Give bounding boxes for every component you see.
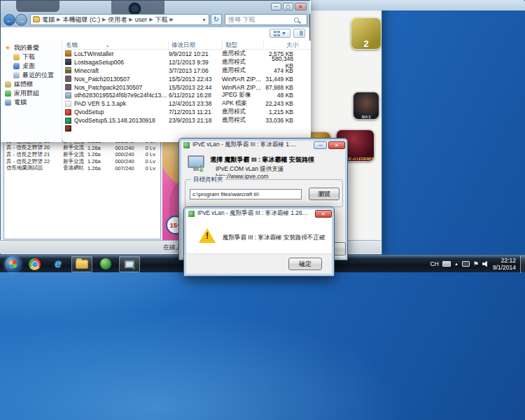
sidebar-item[interactable]: ★ 我的最愛 [1,43,62,52]
sidebar-item[interactable]: 最近的位置 [1,71,62,80]
forward-button[interactable]: → [15,14,27,26]
file-size: 48 KB [262,92,298,99]
server-count: 007/240 [111,165,139,172]
breadcrumb-segment[interactable]: 使用者 [108,15,127,24]
install-arrow-icon: ⇩ [197,164,205,174]
install-path-input[interactable] [190,189,302,200]
breadcrumb-separator-icon: ▶ [100,17,108,22]
server-host: 1.26a [88,158,111,164]
file-icon [65,109,71,115]
file-row[interactable]: Nos_Patchpack20130507 15/5/2013 22:44 Wi… [63,83,311,92]
ie-icon: e [55,257,61,271]
preview-pane-button[interactable] [293,29,305,38]
breadcrumb[interactable]: 電腦▶本機磁碟 (C:)▶使用者▶user▶下載▶ [42,15,176,24]
file-date: 12/4/2013 23:38 [169,100,222,107]
file-date: 7/12/2013 11:21 [169,108,222,115]
clock[interactable]: 22:12 9/1/2014 [493,257,516,271]
refresh-button[interactable]: ↻ [211,14,222,25]
maximize-button[interactable]: ▢ [283,3,293,10]
breadcrumb-segment[interactable]: 下載 [155,15,168,24]
minimize-button[interactable]: ─ [271,3,281,10]
taskbar-qvod[interactable] [95,256,116,272]
server-region: 真 - 信長之野望 21 [4,151,63,158]
volume-icon[interactable] [482,261,489,267]
browse-button[interactable]: 瀏覽 [309,188,340,200]
game-tile-label: 2 [351,38,381,49]
server-row[interactable]: 真 - 信長之野望 22 新手交流 1.26a 000/240 0 Lv [4,158,160,165]
sidebar-item[interactable]: 電腦 [1,98,62,107]
network-icon[interactable] [462,261,470,267]
chrome-icon [29,258,41,270]
error-dialog-titlebar[interactable]: IPvE vLan - 魔獸爭霸 III : 寒冰霸權 1.26a 完整更新..… [186,209,332,218]
file-row-partial[interactable] [63,125,311,133]
breadcrumb-segment[interactable]: user [135,16,148,23]
server-site: 新手交流 [63,158,88,165]
file-type: APK 檔案 [222,99,262,108]
column-size[interactable]: 大小 [264,41,299,49]
sidebar-item[interactable]: 下載 [1,52,62,62]
file-size: 87,988 KB [262,84,298,91]
search-box[interactable] [225,14,307,25]
server-row[interactable]: 信長地圖測試區 香港網站 1.26a 007/240 0 Lv [4,164,160,172]
show-desktop-button[interactable] [520,255,525,273]
install-dialog-titlebar[interactable]: IPvE vLan - 魔獸爭霸 III : 寒冰霸權 1.26a 完整更新包 … [181,140,345,150]
sidebar-item[interactable]: 家用群組 [1,89,62,98]
sidebar-item[interactable]: 桌面 [1,62,62,71]
action-center-icon[interactable]: ⚑ [473,260,479,267]
file-row[interactable]: PAD VER 5.1.3.apk 12/4/2013 23:38 APK 檔案… [63,99,311,108]
file-row[interactable]: oth62830195524f6b7e9c24f4c13be34... 6/11… [63,91,311,99]
installer-icon [188,211,195,217]
sidebar-item[interactable]: 媒體櫃 [1,80,62,89]
taskbar-ie[interactable]: e [48,256,69,272]
explorer-sidebar: ★ 我的最愛 下載 桌面 最近的位置 媒體櫃 [1,41,62,142]
column-type[interactable]: 類型 [223,41,264,49]
search-input[interactable] [225,16,293,23]
close-button[interactable]: ✕ [315,210,332,218]
file-name: Nos_Patch20130507 [74,76,169,83]
file-type: 應用程式 [222,66,262,75]
file-size: 33,036 KB [262,117,298,124]
server-site: 新手交流 [63,144,88,151]
hidden-icons-button[interactable]: ▲ [454,262,458,266]
minimize-button[interactable]: ─ [314,141,327,149]
column-date[interactable]: 修改日期 [169,41,223,49]
change-view-button[interactable]: ▼ [270,29,290,38]
ok-button[interactable]: 確定 [288,258,322,270]
sort-arrow-icon: ▲ [106,43,109,48]
file-name: PAD VER 5.1.3.apk [74,100,169,107]
file-type: 應用程式 [222,108,262,116]
address-bar[interactable]: 電腦▶本機磁碟 (C:)▶使用者▶user▶下載▶ ▼ [30,14,209,25]
file-name: Minecraft [74,67,169,74]
taskbar-ipve[interactable] [119,256,140,272]
target-folder-group: 目標資料夾 瀏覽 [185,179,343,207]
grid-icon [274,31,280,36]
file-row[interactable]: QvodSetup5.15.148.20130918 23/9/2013 21:… [63,116,311,125]
breadcrumb-segment[interactable]: 電腦 [42,15,55,24]
file-row[interactable]: LostsagaSetup006 12/1/2013 9:39 應用程式 580… [63,58,311,66]
file-type: JPEG 影像 [222,91,262,99]
server-row[interactable]: 真 - 信長之野望 20 新手交流 1.26a 001/240 0 Lv [4,145,160,152]
chevron-down-icon[interactable]: ▼ [200,18,209,22]
taskbar-chrome[interactable] [24,256,45,272]
server-host: 1.26a [88,151,111,158]
file-row[interactable]: Minecraft 3/7/2013 17:06 應用程式 474 KB [63,66,311,75]
taskbar-explorer[interactable] [71,256,92,272]
warning-icon [199,228,216,243]
game-tile[interactable]: 2 [351,18,382,50]
close-button[interactable]: ✕ [295,3,307,10]
breadcrumb-segment[interactable]: 本機磁碟 (C:) [62,15,100,24]
file-row[interactable]: QvodSetup 7/12/2013 11:21 應用程式 1,215 KB [63,108,311,116]
ipve-installer-icon [125,260,134,268]
keyboard-icon[interactable] [442,261,451,267]
file-name: QvodSetup5.15.148.20130918 [74,117,169,124]
server-row[interactable]: 真 - 信長之野望 21 新手交流 1.26a 000/240 0 Lv [4,151,160,158]
start-button[interactable] [5,256,21,272]
language-indicator[interactable]: CH [430,260,439,267]
sidebar-item-label: 媒體櫃 [14,80,33,89]
game-tile[interactable]: DIA 3 [353,92,379,120]
column-name[interactable]: 名稱▲ [63,41,169,49]
close-button[interactable]: ✕ [328,141,345,149]
back-button[interactable]: ← [4,14,15,26]
file-row[interactable]: Nos_Patch20130507 15/5/2013 22:43 WinRAR… [63,75,311,83]
sidebar-item-icon [13,54,20,60]
